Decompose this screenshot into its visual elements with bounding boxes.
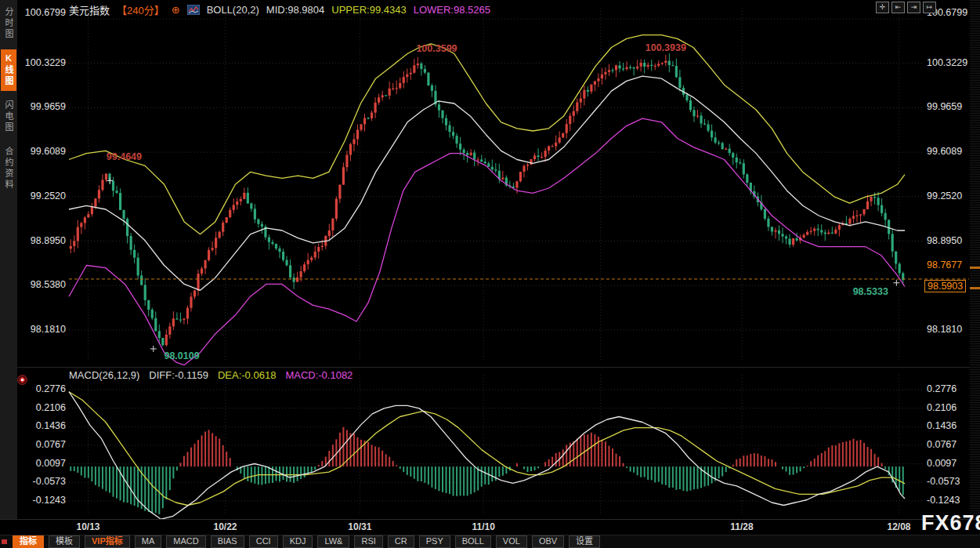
macd-macd-value: MACD:-0.1082 — [285, 369, 353, 381]
sidebar-item-1[interactable]: 分时图 — [1, 3, 16, 44]
toolbar-button-OBV[interactable]: OBV — [532, 535, 564, 548]
zoom-out-icon[interactable]: ⇤ — [891, 2, 905, 13]
price-tick-label: 99.6089 — [20, 146, 66, 157]
add-indicator-icon[interactable]: ⊕ — [172, 4, 180, 16]
main-chart-canvas[interactable] — [0, 0, 980, 368]
symbol-title: 美元指数 — [69, 2, 110, 17]
toolbar-alert-icon — [2, 539, 7, 544]
price-annotation: 99.4649 — [107, 151, 142, 162]
macd-tick-label: -0.1243 — [20, 495, 66, 506]
toolbar-button-PSY[interactable]: PSY — [419, 535, 450, 548]
macd-tick-label: 0.1436 — [20, 420, 66, 431]
indicator-toolbar: 指标模板VIP指标MAMACDBIASCCIKDJLW&RSICRPSYBOLL… — [0, 535, 980, 548]
price-tick-label: 98.8950 — [20, 235, 66, 246]
macd-chart-canvas[interactable] — [0, 368, 980, 519]
macd-tick-label: 0.1436 — [927, 420, 974, 431]
price-tick-label: 100.3229 — [20, 57, 66, 68]
toolbar-button-BIAS[interactable]: BIAS — [211, 535, 244, 548]
left-sidebar: 分时图K线图闪电图合约资料 — [0, 0, 17, 535]
toolbar-button-BOLL[interactable]: BOLL — [455, 535, 491, 548]
sidebar-item-4[interactable]: 合约资料 — [1, 143, 16, 194]
boll-upper-value: UPPER:99.4343 — [331, 4, 406, 16]
price-tick-label: 98.5380 — [20, 279, 66, 290]
price-tick-label: 98.1810 — [927, 324, 974, 335]
price-annotation: 100.3939 — [645, 42, 686, 53]
date-tick-label: 10/13 — [77, 521, 100, 532]
panel-divider — [17, 367, 980, 368]
price-tick-label: 100.3229 — [927, 57, 974, 68]
alarm-icon[interactable] — [17, 375, 27, 385]
boll-lower-value: LOWER:98.5265 — [414, 4, 490, 16]
price-tick-label: 99.2520 — [20, 191, 66, 201]
main-chart-header: 美元指数 【240分】 ⊕ BOLL(20,2) MID:98.9804 UPP… — [69, 2, 490, 17]
price-tick-label: 98.1810 — [20, 324, 66, 335]
price-tick-label: 98.8950 — [927, 235, 974, 246]
toolbar-button-MACD[interactable]: MACD — [166, 535, 205, 548]
macd-tick-label: -0.0573 — [20, 476, 66, 487]
macd-tick-label: 0.0097 — [20, 458, 66, 469]
toolbar-button-MA[interactable]: MA — [135, 535, 162, 548]
macd-header: MACD(26,12,9) DIFF:-0.1159 DEA:-0.0618 M… — [69, 369, 353, 381]
macd-label: MACD(26,12,9) — [69, 369, 139, 381]
toolbar-button-CCI[interactable]: CCI — [249, 535, 278, 548]
period-title: 【240分】 — [117, 2, 165, 17]
sidebar-item-3[interactable]: 闪电图 — [1, 96, 16, 137]
toolbar-button-设置[interactable]: 设置 — [569, 535, 600, 548]
stripe-marker-last — [970, 287, 980, 289]
boll-label: BOLL(20,2) — [207, 4, 259, 16]
price-tick-label: 99.6089 — [927, 146, 974, 157]
date-tick-label: 12/08 — [888, 521, 911, 532]
macd-tick-label: 0.2106 — [927, 402, 974, 413]
last-price-badge: 98.5903 — [924, 280, 966, 292]
pan-icon[interactable]: ✛ — [876, 2, 889, 13]
pop-out-icon[interactable]: ↦ — [923, 2, 936, 13]
macd-tick-label: 0.0767 — [20, 439, 66, 450]
price-tick-label: 99.2520 — [927, 191, 974, 201]
toolbar-button-LW&[interactable]: LW& — [317, 535, 349, 548]
macd-tick-label: -0.1243 — [927, 495, 974, 506]
price-tick-label: 100.6799 — [20, 7, 66, 18]
macd-tick-label: 0.0097 — [927, 458, 974, 469]
macd-tick-label: 0.0767 — [927, 439, 974, 450]
macd-tick-label: 0.2776 — [20, 383, 66, 394]
macd-tick-label: -0.0573 — [927, 476, 974, 487]
macd-tick-label: 0.2776 — [927, 383, 974, 394]
fx678-logo: FX678 — [921, 511, 980, 535]
toolbar-button-KDJ[interactable]: KDJ — [283, 535, 313, 548]
stripe-marker-current — [970, 267, 980, 269]
toolbar-button-指标[interactable]: 指标 — [13, 535, 44, 548]
price-annotation: 100.3599 — [416, 43, 457, 54]
date-tick-label: 11/28 — [730, 521, 753, 532]
toolbar-button-模板[interactable]: 模板 — [49, 535, 80, 548]
date-tick-label: 10/31 — [348, 521, 371, 532]
date-tick-label: 11/10 — [472, 521, 495, 532]
zoom-in-icon[interactable]: ⇥ — [907, 2, 920, 13]
macd-diff-value: DIFF:-0.1159 — [149, 369, 208, 381]
sidebar-item-2[interactable]: K线图 — [1, 49, 16, 91]
boll-mid-value: MID:98.9804 — [266, 4, 324, 16]
macd-tick-label: 0.2106 — [20, 402, 66, 413]
current-price-badge: 98.7677 — [927, 259, 962, 270]
macd-dea-value: DEA:-0.0618 — [218, 369, 276, 381]
toolbar-button-VOL[interactable]: VOL — [496, 535, 527, 548]
trading-app: 分时图K线图闪电图合约资料 美元指数 【240分】 ⊕ BOLL(20,2) M… — [0, 0, 980, 548]
price-tick-label: 99.9659 — [927, 101, 974, 112]
toolbar-button-CR[interactable]: CR — [388, 535, 414, 548]
price-annotation: 98.0109 — [164, 350, 199, 361]
price-tick-label: 99.9659 — [20, 101, 66, 112]
toolbar-button-RSI[interactable]: RSI — [354, 535, 382, 548]
price-annotation: 98.5333 — [853, 286, 888, 297]
date-tick-label: 10/22 — [214, 521, 237, 532]
mini-chart-icon[interactable] — [187, 5, 200, 15]
toolbar-button-VIP指标[interactable]: VIP指标 — [85, 535, 130, 548]
chart-tool-icons: ✛⇤⇥↦ — [876, 2, 936, 13]
